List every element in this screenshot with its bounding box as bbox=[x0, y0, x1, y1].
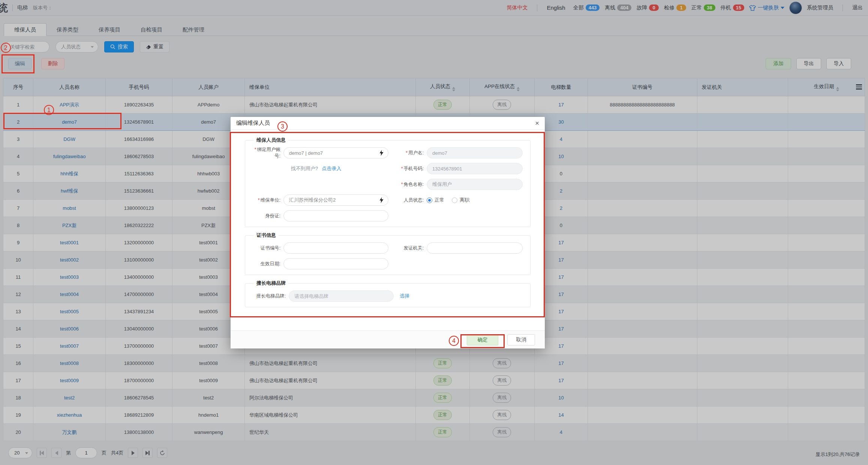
confirm-button[interactable]: 确定 bbox=[467, 334, 498, 345]
unit-label: *维保单位: bbox=[251, 197, 283, 203]
certificate-legend: 证书信息 bbox=[254, 232, 279, 239]
modal-footer: 确定 取消 bbox=[231, 330, 545, 348]
issuer-label: 发证机关: bbox=[394, 245, 427, 251]
brand-legend: 擅长电梯品牌 bbox=[254, 280, 288, 287]
person-status-label: 人员状态: bbox=[394, 197, 427, 203]
lightning-icon bbox=[379, 197, 384, 203]
unit-input[interactable] bbox=[283, 194, 388, 206]
user-not-found-hint: 找不到用户?点击录入 bbox=[291, 165, 341, 172]
lightning-icon bbox=[379, 150, 384, 156]
manual-entry-link[interactable]: 点击录入 bbox=[322, 166, 341, 171]
certificate-section: 证书信息 证书编号: 发证机关: 生效日期: bbox=[245, 232, 531, 275]
status-normal-radio[interactable]: 正常 bbox=[427, 197, 444, 203]
cert-no-label: 证书编号: bbox=[251, 245, 283, 251]
brand-input bbox=[289, 290, 394, 302]
role-label: *角色名称: bbox=[394, 181, 427, 188]
modal-header: 编辑维保人员 × bbox=[231, 117, 545, 130]
brand-label: 擅长电梯品牌: bbox=[251, 293, 289, 299]
status-resigned-radio[interactable]: 离职 bbox=[452, 197, 469, 203]
id-card-label: 身份证: bbox=[251, 213, 283, 219]
person-info-legend: 维保人员信息 bbox=[254, 137, 288, 144]
modal-title: 编辑维保人员 bbox=[236, 120, 270, 127]
person-info-section: 维保人员信息 *绑定用户账号: *用户名: bbox=[245, 137, 531, 227]
cert-no-input[interactable] bbox=[283, 242, 388, 254]
radio-selected-icon bbox=[427, 197, 432, 203]
brand-section: 擅长电梯品牌 擅长电梯品牌: 选择 bbox=[245, 280, 531, 307]
cancel-button[interactable]: 取消 bbox=[507, 334, 535, 345]
radio-unselected-icon bbox=[452, 197, 457, 203]
effective-date-label: 生效日期: bbox=[251, 261, 283, 267]
phone-label: *手机号码: bbox=[394, 166, 427, 172]
modal-body: 维保人员信息 *绑定用户账号: *用户名: bbox=[231, 130, 545, 307]
bind-account-input[interactable] bbox=[283, 147, 388, 158]
close-icon[interactable]: × bbox=[535, 120, 539, 127]
edit-person-modal: 编辑维保人员 × 维保人员信息 *绑定用户账号: *用户名: bbox=[231, 117, 545, 348]
effective-date-input[interactable] bbox=[283, 258, 388, 269]
brand-choose-link[interactable]: 选择 bbox=[400, 293, 409, 299]
app-screen: 统 电梯 版本号： 简体中文 English 全部443离线404故障0检修1正… bbox=[0, 0, 868, 465]
phone-input bbox=[427, 163, 523, 174]
bind-account-label: *绑定用户账号: bbox=[251, 147, 283, 159]
username-input bbox=[427, 147, 523, 158]
role-input bbox=[427, 179, 523, 190]
issuer-input[interactable] bbox=[427, 242, 523, 254]
id-card-input[interactable] bbox=[283, 210, 388, 221]
username-label: *用户名: bbox=[394, 150, 427, 156]
